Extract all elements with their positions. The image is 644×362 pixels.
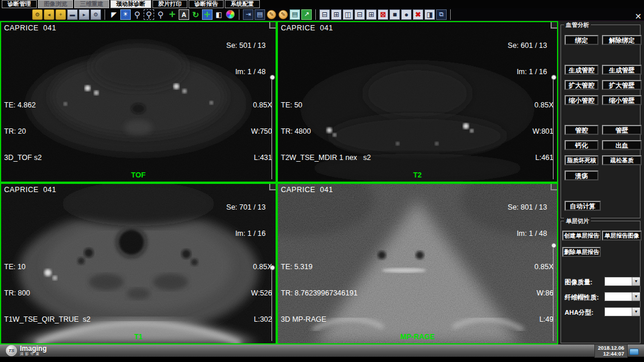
viewport-corner-button[interactable] (269, 22, 276, 29)
slice-scrollbar-handle[interactable] (270, 265, 275, 270)
import-folder-icon[interactable]: ◂ (44, 9, 54, 20)
device-config-icon[interactable]: ⚙ (90, 9, 101, 20)
invert-icon[interactable]: ◧ (214, 9, 224, 20)
viewport-t1[interactable]: CAPRICE 041 Se: 701 / 13 Im: 1 / 16 TE: … (0, 183, 277, 344)
tab-system-config[interactable]: 系统配置 (225, 0, 260, 8)
fit-window-icon[interactable]: ✛ (202, 9, 213, 20)
roi-rect-icon[interactable]: ■ (389, 9, 400, 20)
measure-multi-icon[interactable]: ✎ (279, 10, 288, 19)
viewport-corner-button[interactable] (269, 184, 276, 190)
roi-delete-icon[interactable]: ✖ (413, 9, 423, 20)
generate-wall-button[interactable]: 生成管壁 (602, 65, 642, 75)
slice-scrollbar[interactable] (271, 267, 272, 341)
refresh-icon[interactable]: ↻ (190, 9, 201, 20)
zoom-tool-icon[interactable]: ⚲ (132, 9, 142, 20)
slice-scrollbar[interactable] (271, 76, 272, 179)
annotation-icon[interactable]: A (179, 9, 189, 20)
scan-params: TE: 5.319 TR: 8.76239967346191 3D MP-RAG… (281, 245, 357, 342)
roi-ellipse-icon[interactable]: ● (401, 9, 412, 20)
tab-film-print[interactable]: 胶片打印 (152, 0, 187, 8)
slice-scrollbar-handle[interactable] (551, 75, 556, 80)
window-level-icon[interactable]: ☀ (120, 9, 131, 20)
create-slice-report-button[interactable]: 创建单层报告 (562, 231, 601, 241)
window-level: L:461 (532, 154, 554, 162)
cursor-tool-icon[interactable]: ◤ (109, 9, 119, 20)
auto-calc-button[interactable]: 自动计算 (565, 201, 601, 211)
copy-series-icon[interactable]: ▤ (290, 9, 300, 20)
slice-scrollbar-handle[interactable] (551, 243, 556, 248)
patient-name: CAPRICE 041 (281, 186, 333, 194)
vessel-analysis-title: 血管分析 (564, 21, 591, 29)
zoom-factor: 0.85X (251, 263, 272, 272)
layout-edit-icon[interactable]: ⊞ (331, 9, 342, 20)
layout-2col-icon[interactable]: ◫ (343, 9, 353, 20)
wall-button[interactable]: 管壁 (602, 125, 642, 135)
slice-scrollbar[interactable] (553, 76, 554, 179)
zoom-region-icon[interactable]: ⚲ (144, 9, 154, 20)
slice-scrollbar-handle[interactable] (270, 75, 275, 80)
add-folder-icon[interactable]: + (55, 9, 66, 20)
hemorrhage-button[interactable]: 出血 (602, 140, 642, 150)
zoom-factor-icon[interactable]: ⚲ (155, 9, 166, 20)
open-exam-folder-icon[interactable]: ⚙ (32, 9, 43, 20)
close-button[interactable]: ✕ (634, 12, 642, 20)
shrink-wall-button[interactable]: 缩小管壁 (602, 95, 642, 105)
expand-lumen-button[interactable]: 扩大管腔 (565, 80, 598, 90)
pan-tool-icon[interactable]: ✛ (167, 9, 177, 20)
measure-icon[interactable]: ✎ (267, 10, 276, 19)
image-number: Im: 1 / 16 (508, 68, 547, 76)
viewport-mprage[interactable]: CAPRICE 041 Se: 801 / 13 Im: 1 / 48 TE: … (277, 183, 558, 344)
color-palette-icon[interactable] (226, 10, 235, 19)
expand-wall-button[interactable]: 扩大管壁 (602, 80, 642, 90)
lumen-button[interactable]: 管腔 (565, 125, 598, 135)
layout-2row-icon[interactable]: ⊟ (354, 9, 365, 20)
slice-scrollbar[interactable] (553, 245, 554, 341)
layout-single-icon[interactable]: ⊟ (319, 9, 330, 20)
image-quality-select[interactable]: ▼ (604, 277, 640, 286)
toolbar-separator (450, 9, 451, 20)
send-exam-icon[interactable]: ▸ (79, 9, 89, 20)
shrink-lumen-button[interactable]: 缩小管腔 (565, 95, 598, 105)
tab-exam-management[interactable]: 诊断管理 (2, 0, 37, 8)
layout-2x2-icon[interactable]: ⊞ (366, 9, 377, 20)
tab-image-browse[interactable]: 图像浏览 (38, 0, 73, 8)
single-slice-group: 单层切片 创建单层报告 单层报告图像 删除单层报告 图像质量: ▼ 纤维帽性质:… (561, 221, 640, 343)
lipid-core-button[interactable]: 脂质坏死核 (565, 155, 598, 165)
loose-matrix-button[interactable]: 疏松基质 (602, 155, 642, 165)
sequence-label: MP-RAGE (278, 333, 557, 342)
te-value: TE: 4.862 (4, 101, 41, 110)
tab-3d-reconstruction[interactable]: 三维重建 (74, 0, 109, 8)
tr-value: TR: 800 (4, 289, 90, 298)
time-value: 12:44:07 (598, 351, 624, 357)
calcification-button[interactable]: 钙化 (565, 140, 598, 150)
application-window: 诊断管理图像浏览三维重建颈动脉诊断胶片打印诊断报告系统配置 ⚙◂+▬▸⚙◤☀⚲⚲… (0, 0, 644, 362)
fibrous-cap-select[interactable]: ▼ (604, 292, 640, 301)
bind-button[interactable]: 绑定 (565, 35, 598, 45)
viewport-corner-button[interactable] (551, 184, 557, 190)
slice-report-image-button[interactable]: 单层报告图像 (602, 231, 642, 241)
single-slice-title: 单层切片 (564, 217, 591, 225)
layout-switch-icon[interactable]: ⇥ (243, 9, 253, 20)
cascade-windows-icon[interactable]: ⧉ (436, 9, 447, 20)
viewport-corner-button[interactable] (551, 22, 557, 29)
tab-carotid-diagnosis[interactable]: 颈动脉诊断 (110, 0, 151, 8)
patient-name: CAPRICE 041 (4, 24, 56, 33)
ulcer-button[interactable]: 溃疡 (565, 170, 598, 180)
chevron-down-icon: ▼ (632, 293, 640, 301)
save-image-icon[interactable]: ↗ (301, 9, 312, 20)
right-panel: 血管分析 绑定 解除绑定 生成管腔 生成管壁 扩大管腔 扩大管壁 缩小管腔 缩小… (558, 21, 644, 344)
worklist-window-icon[interactable]: ▬ (67, 9, 78, 20)
split-view-icon[interactable]: ◨ (424, 9, 435, 20)
viewport-t2[interactable]: CAPRICE 041 Se: 601 / 13 Im: 1 / 16 TE: … (277, 21, 558, 183)
aha-type-select[interactable]: ▼ (604, 307, 640, 316)
unbind-button[interactable]: 解除绑定 (602, 35, 642, 45)
image-number: Im: 1 / 16 (227, 229, 266, 238)
film-view-icon[interactable]: ▤ (255, 9, 265, 20)
layout-delete-icon[interactable]: ⊠ (378, 9, 388, 20)
viewport-tof[interactable]: CAPRICE 041 Se: 501 / 13 Im: 1 / 48 TE: … (0, 21, 277, 183)
brand-logo: TS Imaging 清影华康 (0, 345, 47, 356)
scan-params: TE: 4.862 TR: 20 3D_TOF s2 (4, 83, 41, 180)
delete-slice-report-button[interactable]: 删除单层报告 (562, 247, 601, 257)
tab-diagnosis-report[interactable]: 诊断报告 (189, 0, 224, 8)
generate-lumen-button[interactable]: 生成管腔 (565, 65, 598, 75)
